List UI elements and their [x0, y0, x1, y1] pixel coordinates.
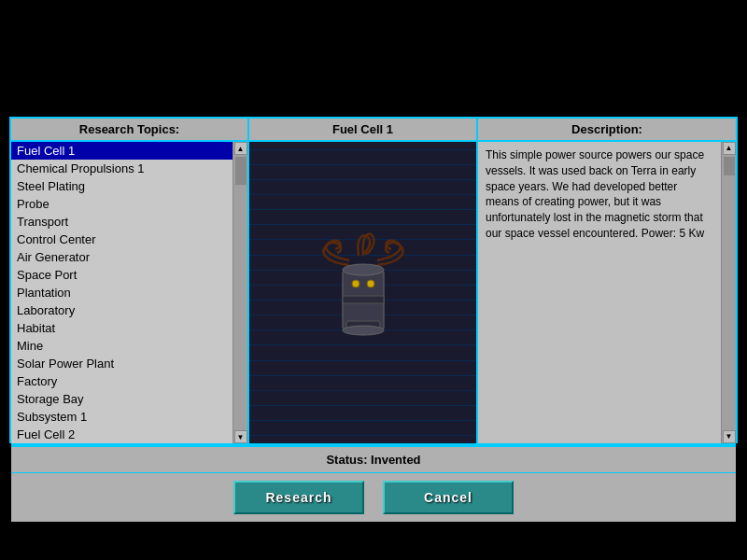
list-item[interactable]: Fuel Cell 2: [11, 426, 233, 443]
research-list[interactable]: Fuel Cell 1Chemical Propulsions 1Steel P…: [11, 142, 233, 443]
button-bar: Research Cancel: [11, 473, 736, 522]
description-text-area: This simple power source powers our spac…: [478, 142, 736, 443]
description-panel: Description: This simple power source po…: [478, 119, 736, 443]
scroll-up-btn[interactable]: ▲: [234, 142, 247, 155]
list-item[interactable]: Mine: [11, 337, 233, 355]
research-dialog: Research Topics: Fuel Cell 1Chemical Pro…: [9, 117, 738, 443]
list-scrollbar[interactable]: ▲ ▼: [233, 142, 247, 443]
research-list-container: Fuel Cell 1Chemical Propulsions 1Steel P…: [11, 142, 247, 443]
list-item[interactable]: Laboratory: [11, 301, 233, 319]
list-item[interactable]: Transport: [11, 213, 233, 231]
preview-panel: Fuel Cell 1: [249, 119, 478, 443]
svg-point-1: [343, 264, 384, 275]
fuel-cell-image: [317, 232, 410, 354]
svg-point-3: [352, 280, 359, 287]
desc-scroll-down[interactable]: ▼: [723, 430, 736, 443]
item-preview: [249, 142, 476, 443]
svg-point-4: [367, 280, 374, 287]
left-panel: Research Topics: Fuel Cell 1Chemical Pro…: [11, 119, 249, 443]
cancel-button[interactable]: Cancel: [383, 481, 514, 514]
desc-scroll-up[interactable]: ▲: [723, 142, 736, 155]
list-item[interactable]: Solar Power Plant: [11, 355, 233, 372]
list-item[interactable]: Control Center: [11, 231, 233, 248]
list-item[interactable]: Habitat: [11, 319, 233, 337]
dialog-top: Research Topics: Fuel Cell 1Chemical Pro…: [11, 119, 736, 445]
list-item[interactable]: Probe: [11, 195, 233, 213]
list-item[interactable]: Air Generator: [11, 248, 233, 266]
scroll-thumb[interactable]: [235, 157, 247, 185]
scroll-down-btn[interactable]: ▼: [234, 430, 247, 443]
research-button[interactable]: Research: [233, 481, 364, 514]
desc-scroll-thumb[interactable]: [724, 157, 735, 175]
research-topics-header: Research Topics:: [11, 119, 247, 142]
list-item[interactable]: Factory: [11, 372, 233, 390]
list-item[interactable]: Subsystem 1: [11, 408, 233, 426]
preview-header: Fuel Cell 1: [249, 119, 476, 142]
list-item[interactable]: Steel Plating: [11, 177, 233, 195]
list-item[interactable]: Storage Bay: [11, 390, 233, 408]
description-text: This simple power source powers our spac…: [486, 147, 728, 242]
list-item[interactable]: Space Port: [11, 266, 233, 284]
status-bar: Status: Invented: [11, 445, 736, 473]
description-header: Description:: [478, 119, 736, 142]
svg-rect-2: [343, 296, 384, 303]
list-item[interactable]: Fuel Cell 1: [11, 142, 233, 160]
list-item[interactable]: Plantation: [11, 284, 233, 301]
list-item[interactable]: Chemical Propulsions 1: [11, 160, 233, 177]
svg-point-6: [343, 326, 384, 335]
bottom-area: Status: Invented Research Cancel: [11, 445, 736, 522]
desc-scrollbar[interactable]: ▲ ▼: [721, 142, 736, 443]
